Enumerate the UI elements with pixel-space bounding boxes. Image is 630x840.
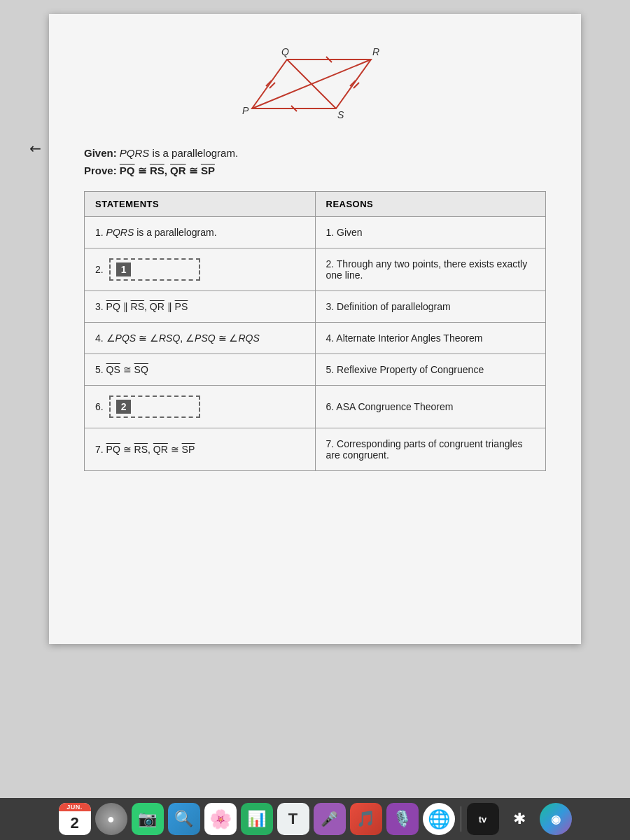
mic-inner: 🎤: [321, 811, 338, 827]
dock-siri-icon[interactable]: ◉: [540, 803, 572, 835]
statement-3: 3. PQ ∥ RS, QR ∥ PS: [85, 291, 316, 323]
statement-1: 1. PQRS is a parallelogram.: [85, 217, 316, 248]
table-row: 3. PQ ∥ RS, QR ∥ PS 3. Definition of par…: [85, 291, 546, 323]
table-row: 6. 2 6. ASA Congruence Theorem: [85, 386, 546, 428]
finder-inner: 🔍: [174, 810, 193, 828]
statements-header: STATEMENTS: [85, 192, 316, 217]
dock-calendar-icon[interactable]: JUN. 2: [59, 803, 91, 835]
statement-4: 4. ∠PQS ≅ ∠RSQ, ∠PSQ ≅ ∠RQS: [85, 323, 316, 354]
photos-inner: 🌸: [209, 808, 232, 830]
siri-inner: ●: [107, 812, 115, 827]
svg-text:R: R: [372, 46, 379, 57]
drag-box-2[interactable]: 2: [109, 396, 200, 418]
bluetooth-inner: ✱: [513, 810, 526, 828]
numbers-inner: 📊: [247, 810, 266, 828]
parallelogram-svg: Q R P S: [231, 42, 399, 133]
table-row: 4. ∠PQS ≅ ∠RSQ, ∠PSQ ≅ ∠RQS 4. Alternate…: [85, 323, 546, 354]
dock: JUN. 2 ● 📷 🔍 🌸 📊 T 🎤 🎵 🎙️ 🌐: [0, 798, 630, 840]
svg-text:P: P: [242, 105, 249, 116]
dock-photos-icon[interactable]: 🌸: [204, 803, 237, 835]
reason-2: 2. Through any two points, there exists …: [315, 248, 546, 291]
reason-5: 5. Reflexive Property of Congruence: [315, 354, 546, 386]
given-label: Given:: [84, 147, 117, 159]
drag-number-1: 1: [116, 262, 132, 276]
dock-facetime-icon[interactable]: 📷: [132, 803, 164, 835]
dock-podcasts-icon[interactable]: 🎙️: [386, 803, 419, 835]
dock-divider: [461, 806, 461, 832]
reason-1: 1. Given: [315, 217, 546, 248]
statement-6: 6. 2: [85, 386, 316, 428]
reason-4: 4. Alternate Interior Angles Theorem: [315, 323, 546, 354]
dock-mic-icon[interactable]: 🎤: [314, 803, 346, 835]
dock-bluetooth-icon[interactable]: ✱: [503, 803, 536, 835]
table-row: 7. PQ ≅ RS, QR ≅ SP 7. Corresponding par…: [85, 428, 546, 471]
statement-2: 2. 1: [85, 248, 316, 291]
given-text: Given: PQRS is a parallelogram.: [84, 147, 546, 159]
podcasts-inner: 🎙️: [393, 810, 412, 828]
calendar-month: JUN.: [59, 803, 91, 811]
row-6-num: 6.: [95, 401, 104, 412]
drag-box-1[interactable]: 1: [109, 258, 200, 281]
statement-7: 7. PQ ≅ RS, QR ≅ SP: [85, 428, 316, 471]
table-row: 1. PQRS is a parallelogram. 1. Given: [85, 217, 546, 248]
ai-inner: T: [288, 810, 298, 828]
dock-numbers-icon[interactable]: 📊: [241, 803, 273, 835]
paper: Q R P S Given: PQRS is a parallelogram. …: [49, 14, 581, 644]
cursor-arrow: ↖: [25, 139, 46, 159]
dock-chrome-icon[interactable]: 🌐: [423, 803, 455, 835]
chrome-inner: 🌐: [428, 808, 450, 830]
reason-6: 6. ASA Congruence Theorem: [315, 386, 546, 428]
reason-7: 7. Corresponding parts of congruent tria…: [315, 428, 546, 471]
row-2-num: 2.: [95, 264, 104, 275]
svg-text:Q: Q: [281, 46, 289, 57]
dock-music-icon[interactable]: 🎵: [350, 803, 382, 835]
table-row: 5. QS ≅ SQ 5. Reflexive Property of Cong…: [85, 354, 546, 386]
reason-3: 3. Definition of parallelogram: [315, 291, 546, 323]
given-value: PQRS: [120, 147, 150, 159]
prove-text: Prove: PQ ≅ RS, QR ≅ SP: [84, 164, 546, 177]
table-row: 2. 1 2. Through any two points, there ex…: [85, 248, 546, 291]
dock-ai-icon[interactable]: T: [277, 803, 309, 835]
dock-siri-suggestions-icon[interactable]: ●: [95, 803, 127, 835]
proof-table: STATEMENTS REASONS 1. PQRS is a parallel…: [84, 191, 546, 471]
appletv-inner: tv: [479, 814, 487, 825]
facetime-inner: 📷: [138, 810, 157, 828]
svg-text:S: S: [337, 109, 344, 120]
siri-circle-inner: ◉: [551, 813, 561, 826]
dock-finder-icon[interactable]: 🔍: [168, 803, 200, 835]
reasons-header: REASONS: [315, 192, 546, 217]
prove-value: PQ ≅ RS, QR ≅ SP: [120, 164, 215, 176]
statement-5: 5. QS ≅ SQ: [85, 354, 316, 386]
dock-appletv-icon[interactable]: tv: [467, 803, 499, 835]
prove-label: Prove:: [84, 164, 120, 176]
main-content: ↖: [0, 0, 630, 798]
drag-number-2: 2: [116, 400, 132, 414]
music-inner: 🎵: [356, 810, 375, 828]
calendar-day: 2: [59, 811, 91, 835]
diagram: Q R P S: [84, 42, 546, 133]
